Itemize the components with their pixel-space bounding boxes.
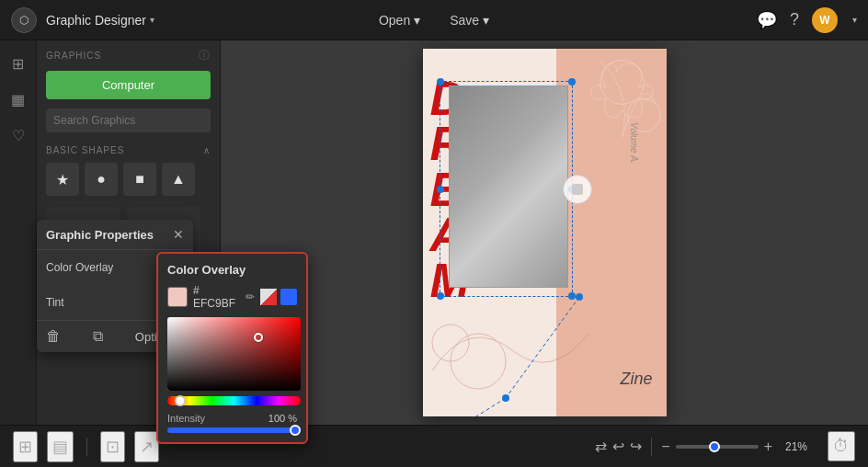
canvas-area[interactable]: DREAM Volume A. Zine — [221, 40, 868, 425]
main-area: ⊞ ▦ ♡ GRAPHICS ⓘ Computer BASIC SHAPES ∧… — [0, 40, 868, 425]
avatar-chevron[interactable]: ▾ — [852, 15, 857, 25]
zoom-thumb — [709, 441, 720, 452]
shapes-chevron[interactable]: ∧ — [203, 145, 211, 155]
bottombar: ⊞ ▤ ⊡ ↗ ⇄ ↩ ↪ − + 21% ⏱ — [0, 425, 868, 467]
graphic-props-header: Graphic Properties ✕ — [37, 220, 193, 250]
topbar-right: 💬 ? W ▾ — [757, 7, 857, 33]
intensity-row: Intensity 100 % — [167, 413, 297, 424]
square-shape[interactable]: ■ — [123, 163, 156, 196]
zoom-in-button[interactable]: + — [764, 439, 772, 455]
svg-point-3 — [432, 325, 469, 361]
canvas-photo-inner — [450, 86, 567, 287]
grid-icon[interactable]: ⊞ — [12, 55, 24, 73]
history-icon[interactable]: ⏱ — [828, 431, 855, 461]
shapes-header: BASIC SHAPES ∧ — [46, 145, 211, 155]
svg-point-2 — [451, 334, 506, 389]
basic-shapes-section: BASIC SHAPES ∧ ★ ● ■ ▲ — [46, 145, 211, 196]
hue-thumb — [175, 395, 186, 406]
star-shape[interactable]: ★ — [46, 163, 79, 196]
triangle-shape[interactable]: ▲ — [162, 163, 195, 196]
hex-swatch[interactable] — [167, 287, 188, 307]
graphic-props-title: Graphic Properties — [46, 228, 154, 242]
crop-icon[interactable]: ⊡ — [100, 431, 125, 462]
intensity-value: 100 % — [268, 413, 297, 424]
bottombar-right: ⏱ — [828, 431, 855, 461]
zoom-out-button[interactable]: − — [661, 439, 669, 455]
app-name-chevron[interactable]: ▾ — [150, 15, 154, 25]
chat-icon[interactable]: 💬 — [757, 10, 777, 30]
delete-icon[interactable]: 🗑 — [46, 328, 61, 345]
avatar[interactable]: W — [812, 7, 838, 33]
color-overlay-popup: Color Overlay # EFC9BF ✏ In — [156, 252, 308, 444]
zoom-slider[interactable] — [676, 445, 759, 449]
intensity-label: Intensity — [167, 413, 205, 424]
save-button[interactable]: Save ▾ — [439, 9, 500, 31]
layers-icon[interactable]: ⊞ — [13, 431, 38, 462]
picker-gradient — [167, 317, 301, 391]
canvas-photo — [449, 85, 568, 288]
floral-bottom-decoration — [423, 269, 667, 416]
hex-value: # EFC9BF — [193, 284, 240, 310]
hue-slider[interactable] — [167, 396, 301, 405]
graphics-section-label: GRAPHICS ⓘ — [46, 48, 211, 63]
intensity-thumb — [290, 425, 301, 436]
app-logo: ⬡ — [11, 7, 37, 33]
search-input[interactable] — [46, 108, 211, 132]
edit-hex-icon[interactable]: ✏ — [246, 290, 255, 303]
volume-text: Volume A. — [629, 122, 639, 164]
info-icon[interactable]: ⓘ — [199, 48, 211, 63]
chart-icon[interactable]: ▦ — [11, 91, 25, 108]
pattern-diagonal-icon[interactable] — [260, 289, 277, 305]
graphic-props-close-button[interactable]: ✕ — [173, 227, 184, 242]
computer-button[interactable]: Computer — [46, 71, 211, 99]
sidebar: ⊞ ▦ ♡ GRAPHICS ⓘ Computer BASIC SHAPES ∧… — [0, 40, 221, 425]
zoom-controls: ⇄ ↩ ↪ − + 21% — [595, 438, 807, 456]
color-picker-area[interactable] — [167, 317, 301, 391]
redo-layout-icon[interactable]: ⇄ — [595, 438, 607, 455]
redo-icon[interactable]: ↪ — [630, 438, 642, 455]
open-button[interactable]: Open ▾ — [368, 9, 431, 31]
pattern-icons — [260, 289, 297, 305]
shapes-grid: ★ ● ■ ▲ — [46, 163, 211, 196]
pattern-solid-icon[interactable] — [280, 289, 297, 305]
heart-icon[interactable]: ♡ — [12, 127, 25, 144]
zoom-percent: 21% — [778, 440, 807, 453]
grid-view-icon[interactable]: ▤ — [47, 431, 74, 462]
tint-label: Tint — [46, 296, 64, 309]
app-name: Graphic Designer — [46, 13, 146, 28]
separator-2 — [651, 438, 652, 456]
color-overlay-popup-title: Color Overlay — [167, 263, 297, 277]
intensity-slider[interactable] — [167, 427, 301, 433]
design-canvas: DREAM Volume A. Zine — [423, 49, 667, 416]
copy-icon[interactable]: ⧉ — [93, 328, 103, 345]
color-overlay-label: Color Overlay — [46, 261, 113, 274]
hex-row: # EFC9BF ✏ — [167, 284, 297, 310]
undo-icon[interactable]: ↩ — [612, 438, 624, 455]
circle-shape[interactable]: ● — [85, 163, 118, 196]
sidebar-icon-rail: ⊞ ▦ ♡ — [0, 40, 37, 425]
picker-handle[interactable] — [254, 333, 263, 342]
topbar: ⬡ Graphic Designer ▾ Open ▾ Save ▾ 💬 ? W… — [0, 0, 868, 40]
topbar-center: Open ▾ Save ▾ — [368, 9, 500, 31]
help-icon[interactable]: ? — [790, 10, 799, 29]
export-icon[interactable]: ↗ — [134, 431, 159, 462]
separator-1 — [86, 438, 87, 456]
floral-top-decoration — [556, 49, 666, 269]
